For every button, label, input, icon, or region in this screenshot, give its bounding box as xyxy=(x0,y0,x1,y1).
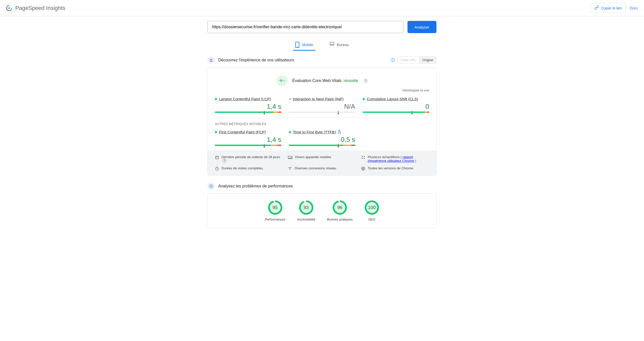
analyze-button[interactable]: Analyser xyxy=(407,21,436,33)
info-network: Diverses connexions réseau xyxy=(288,166,356,171)
gauge-bp-score: 96 xyxy=(332,200,347,215)
cwv-assessment: Évaluation Core Web Vitals :réussite ? xyxy=(215,75,429,86)
metric-fcp-header: First Contentful Paint (FCP) xyxy=(215,130,281,134)
svg-point-6 xyxy=(211,59,212,60)
svg-point-5 xyxy=(210,59,211,60)
toggle-this-url[interactable]: Cette URL xyxy=(398,57,419,63)
divider xyxy=(215,117,429,118)
info-duration-text: Durées de visites complètes xyxy=(222,166,263,170)
help-icon[interactable]: ? xyxy=(364,79,368,83)
url-input[interactable] xyxy=(208,21,403,33)
metric-fcp-bar xyxy=(215,145,281,146)
svg-point-20 xyxy=(364,158,365,159)
gauge-performance-score: 95 xyxy=(268,200,283,215)
help-icon[interactable]: ? xyxy=(223,159,226,163)
info-network-text: Diverses connexions réseau xyxy=(295,166,336,170)
gauge-accessibility[interactable]: 93 Accessibilité xyxy=(297,200,315,221)
metric-cls-bar xyxy=(363,112,429,113)
toggle-origin[interactable]: Origine xyxy=(419,57,436,63)
gauge-accessibility-score: 93 xyxy=(299,200,314,215)
docs-link[interactable]: Docs xyxy=(630,6,638,10)
psi-logo-icon xyxy=(6,5,12,11)
device-tabs: Mobile Bureau xyxy=(208,39,436,51)
metric-inp-value: N/A xyxy=(289,103,355,111)
scope-toggle: Cette URL Origine xyxy=(397,56,436,64)
metric-ttfb-name[interactable]: Time to First Byte (TTFB) xyxy=(293,130,336,134)
gauge-seo-score: 100 xyxy=(364,200,379,215)
metric-lcp-value: 1,4 s xyxy=(215,103,281,111)
metric-fcp: First Contentful Paint (FCP) 1,4 s xyxy=(215,130,281,146)
info-period-text: Dernière période de collecte de 28 jours… xyxy=(222,155,283,163)
gauge-seo-label: SEO xyxy=(364,217,379,221)
tab-mobile-label: Mobile xyxy=(302,43,313,47)
main-content: Analyser Mobile Bureau Découvrez l'expér… xyxy=(208,16,436,238)
desktop-icon xyxy=(330,42,334,47)
url-bar: Analyser xyxy=(208,21,436,33)
gauge-performance-label: Performances xyxy=(265,217,285,221)
other-metrics-label: AUTRES MÉTRIQUES NOTABLES xyxy=(215,122,429,126)
info-icon[interactable]: i xyxy=(391,58,395,62)
svg-point-8 xyxy=(285,80,285,81)
status-dot-icon xyxy=(215,98,217,100)
metric-fcp-name[interactable]: First Contentful Paint (FCP) xyxy=(219,130,266,134)
info-devices-text: Divers appareils mobiles xyxy=(295,155,331,159)
field-data-card: Évaluation Core Web Vitals :réussite ? D… xyxy=(208,67,436,175)
metric-ttfb-bar xyxy=(289,145,355,146)
svg-point-0 xyxy=(8,7,10,9)
other-metrics-row: First Contentful Paint (FCP) 1,4 s Time … xyxy=(215,130,429,146)
metric-inp: Interaction to Next Paint (INP) N/A xyxy=(289,97,355,113)
gauge-row: 95 Performances 93 Accessibilité 96 Bonn… xyxy=(215,200,429,221)
vitals-icon xyxy=(276,75,288,86)
field-section-title: Découvrez l'expérience de vos utilisateu… xyxy=(218,58,294,62)
copy-link-button[interactable]: Copier le lien xyxy=(591,3,626,13)
users-badge-icon xyxy=(208,57,215,64)
svg-rect-3 xyxy=(330,42,334,45)
lab-section-left: Analysez les problèmes de performances xyxy=(208,183,293,190)
status-dot-icon xyxy=(289,98,291,100)
svg-rect-10 xyxy=(215,156,218,159)
status-dot-icon xyxy=(215,131,217,133)
svg-point-7 xyxy=(283,80,284,81)
gauge-seo[interactable]: 100 SEO xyxy=(364,200,379,221)
metric-lcp-name[interactable]: Largest Contentful Paint (LCP) xyxy=(219,97,271,101)
lab-section-title: Analysez les problèmes de performances xyxy=(218,184,293,188)
copy-link-label: Copier le lien xyxy=(601,6,622,10)
field-footer: Dernière période de collecte de 28 jours… xyxy=(208,151,436,175)
expand-view-link[interactable]: Développer la vue xyxy=(215,88,429,92)
app-header: PageSpeed Insights Copier le lien Docs xyxy=(0,0,644,16)
clock-icon xyxy=(215,167,219,171)
tab-mobile[interactable]: Mobile xyxy=(293,39,315,51)
app-title: PageSpeed Insights xyxy=(15,5,65,11)
samples-icon xyxy=(361,155,365,159)
gauge-best-practices[interactable]: 96 Bonnes pratiques xyxy=(327,200,353,221)
cwv-text: Évaluation Core Web Vitals :réussite xyxy=(292,78,358,83)
mobile-icon xyxy=(295,42,300,47)
header-left: PageSpeed Insights xyxy=(6,5,65,11)
lab-data-card: 95 Performances 93 Accessibilité 96 Bonn… xyxy=(208,193,436,228)
lab-section-header: Analysez les problèmes de performances xyxy=(208,183,436,190)
link-icon xyxy=(594,5,599,11)
metric-empty xyxy=(363,130,429,146)
info-devices: Divers appareils mobiles xyxy=(288,155,356,163)
info-samples: Plusieurs échantillons ( rapport d'expér… xyxy=(361,155,429,163)
tab-desktop[interactable]: Bureau xyxy=(328,39,351,51)
metric-ttfb-header: Time to First Byte (TTFB) xyxy=(289,130,355,134)
info-duration: Durées de visites complètes xyxy=(215,166,283,171)
gauge-performance[interactable]: 95 Performances xyxy=(265,200,285,221)
wifi-icon xyxy=(288,167,292,170)
devices-icon xyxy=(288,155,292,159)
field-section-header: Découvrez l'expérience de vos utilisateu… xyxy=(208,56,436,64)
metric-inp-name[interactable]: Interaction to Next Paint (INP) xyxy=(293,97,344,101)
svg-rect-16 xyxy=(291,157,292,159)
svg-point-25 xyxy=(290,169,290,170)
tab-desktop-label: Bureau xyxy=(337,43,349,47)
chrome-icon xyxy=(361,167,365,171)
diagnose-badge-icon xyxy=(208,183,215,190)
metric-inp-bar xyxy=(289,112,355,113)
svg-point-32 xyxy=(211,186,212,187)
header-right: Copier le lien Docs xyxy=(591,3,638,13)
metric-cls-name[interactable]: Cumulative Layout Shift (CLS) xyxy=(367,97,418,101)
metric-cls-value: 0 xyxy=(363,103,429,111)
metric-ttfb-value: 0,5 s xyxy=(289,136,355,144)
info-period: Dernière période de collecte de 28 jours… xyxy=(215,155,283,163)
